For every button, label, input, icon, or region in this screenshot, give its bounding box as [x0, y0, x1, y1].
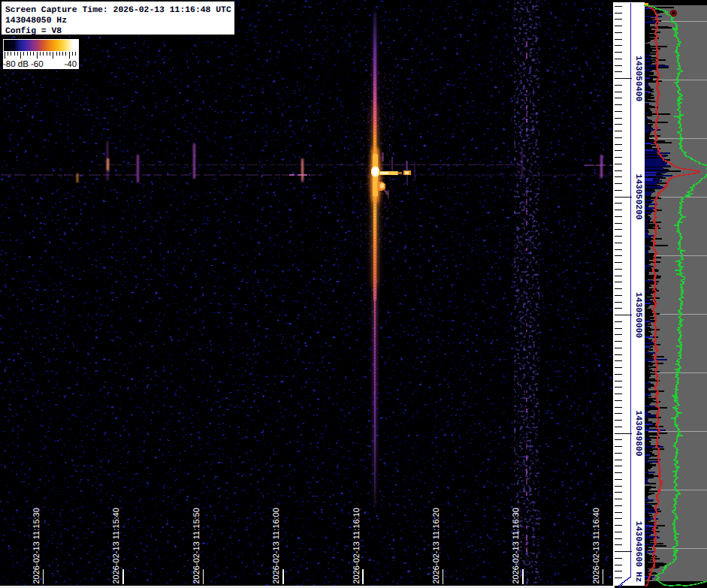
- svg-text:143050400: 143050400: [633, 56, 642, 101]
- svg-text:2026-02-13 11:16:30: 2026-02-13 11:16:30: [512, 508, 521, 583]
- svg-text:143048050 Hz: 143048050 Hz: [5, 17, 67, 26]
- svg-text:Config = V8: Config = V8: [5, 26, 62, 36]
- svg-text:143050200: 143050200: [633, 173, 642, 219]
- svg-text:2026-02-13 11:16:10: 2026-02-13 11:16:10: [352, 508, 361, 583]
- svg-text:2026-02-13 11:15:30: 2026-02-13 11:15:30: [32, 508, 41, 583]
- svg-text:143049600 Hz: 143049600 Hz: [633, 521, 642, 582]
- svg-text:-80 dB: -80 dB: [3, 60, 29, 69]
- svg-text:-60: -60: [31, 60, 44, 69]
- svg-text:2026-02-13 11:16:00: 2026-02-13 11:16:00: [272, 508, 281, 583]
- svg-text:143049800: 143049800: [633, 410, 642, 456]
- svg-text:143050000: 143050000: [633, 292, 642, 338]
- svg-text:2026-02-13 11:15:40: 2026-02-13 11:15:40: [112, 508, 121, 583]
- svg-text:Screen Capture Time: 2026-02-1: Screen Capture Time: 2026-02-13 11:16:48…: [5, 5, 231, 15]
- svg-text:2026-02-13 11:16:20: 2026-02-13 11:16:20: [432, 508, 441, 583]
- svg-text:2026-02-13 11:16:40: 2026-02-13 11:16:40: [592, 508, 601, 583]
- svg-text:2026-02-13 11:15:50: 2026-02-13 11:15:50: [192, 508, 201, 583]
- svg-text:-40: -40: [65, 60, 77, 69]
